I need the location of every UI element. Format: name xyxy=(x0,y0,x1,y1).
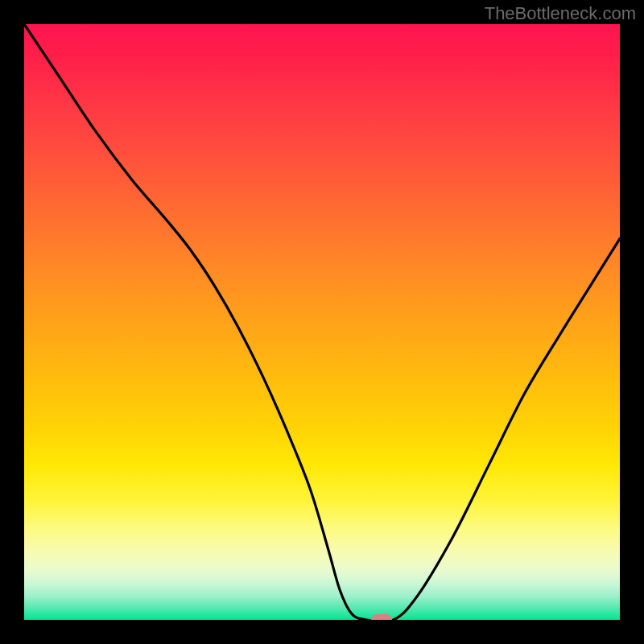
watermark-text: TheBottleneck.com xyxy=(485,3,636,24)
optimum-marker xyxy=(371,614,392,620)
plot-area xyxy=(24,24,620,620)
gradient-background xyxy=(24,24,620,620)
